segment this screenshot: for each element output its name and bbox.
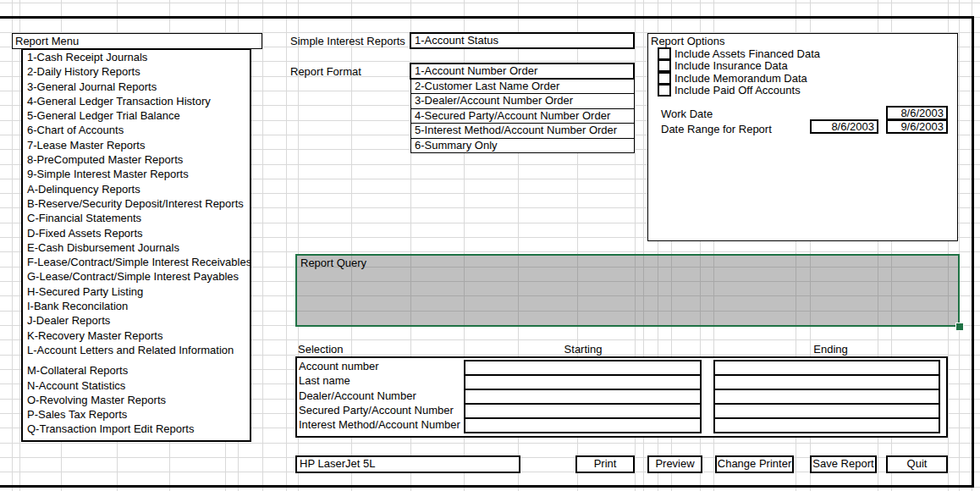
report-type-selected-value: 1-Account Status — [415, 34, 498, 47]
gridline — [12, 0, 13, 491]
report-menu-item[interactable]: 5-General Ledger Trial Balance — [23, 108, 250, 123]
report-options-title: Report Options — [651, 35, 724, 47]
report-menu-item[interactable]: F-Lease/Contract/Simple Interest Receiva… — [23, 255, 250, 269]
work-date-value: 8/6/2003 — [900, 107, 944, 119]
report-menu-list[interactable]: 1-Cash Receipt Journals2-Daily History R… — [21, 48, 251, 442]
selection-row-label: Account number — [299, 359, 379, 373]
report-format-label: Report Format — [290, 65, 361, 78]
ending-input[interactable] — [713, 417, 940, 433]
report-menu-item[interactable]: 8-PreComputed Master Reports — [23, 152, 250, 167]
query-gridline — [297, 295, 958, 296]
report-menu-item[interactable]: 2-Daily History Reports — [23, 64, 250, 79]
quit-button[interactable]: Quit — [886, 455, 948, 473]
checkbox[interactable] — [658, 72, 671, 85]
date-range-start-field[interactable]: 8/6/2003 — [810, 119, 878, 134]
ending-column-header: Ending — [713, 342, 948, 356]
printer-name-field[interactable]: HP LaserJet 5L — [295, 455, 520, 473]
report-menu-item[interactable]: C-Financial Statements — [23, 211, 250, 225]
report-menu-item[interactable]: 3-General Journal Reports — [23, 80, 250, 94]
report-menu-item[interactable]: 4-General Ledger Transaction History — [23, 94, 250, 108]
gridline — [286, 0, 287, 491]
checkbox-label: Include Assets Financed Data — [674, 48, 820, 60]
checkbox-label: Include Paid Off Accounts — [674, 85, 801, 97]
gridline — [0, 443, 980, 444]
report-format-option[interactable]: 5-Interest Method/Account Number Order — [411, 124, 634, 138]
work-date-field[interactable]: 8/6/2003 — [886, 106, 948, 120]
preview-button[interactable]: Preview — [647, 455, 702, 473]
print-button[interactable]: Print — [575, 455, 635, 473]
starting-entry-boxes — [464, 360, 702, 433]
report-menu-item[interactable]: L-Account Letters and Related Informatio… — [23, 343, 250, 357]
selection-row-label: Interest Method/Account Number — [299, 417, 460, 432]
frame-top-border — [0, 16, 974, 19]
report-format-options-list: 2-Customer Last Name Order3-Dealer/Accou… — [410, 79, 635, 153]
report-menu-item[interactable]: Q-Transaction Import Edit Reports — [23, 422, 250, 436]
gridline — [19, 0, 20, 491]
report-menu-item[interactable]: A-Delinquency Reports — [23, 182, 250, 196]
report-menu-item[interactable]: I-Bank Reconcilation — [23, 299, 250, 313]
date-range-start-value: 8/6/2003 — [831, 120, 874, 133]
report-menu-item[interactable]: J-Dealer Reports — [23, 313, 250, 328]
gridline — [959, 0, 960, 491]
report-format-selected-box[interactable]: 1-Account Number Order — [410, 63, 635, 80]
date-range-end-field[interactable]: 9/6/2003 — [886, 119, 948, 134]
report-query-title: Report Query — [297, 256, 958, 269]
save-report-button[interactable]: Save Report — [810, 455, 877, 473]
selection-row-label: Secured Party/Account Number — [299, 403, 454, 417]
starting-input[interactable] — [464, 417, 702, 433]
report-menu-item[interactable]: N-Account Statistics — [23, 378, 250, 393]
checkbox[interactable] — [658, 84, 671, 97]
report-type-selected-box[interactable]: 1-Account Status — [410, 32, 635, 49]
date-range-label: Date Range for Report — [661, 123, 772, 135]
report-menu-item[interactable]: D-Fixed Assets Reports — [23, 226, 250, 240]
printer-name-value: HP LaserJet 5L — [300, 457, 375, 470]
report-menu-header: Report Menu — [12, 33, 262, 49]
report-menu-item[interactable]: H-Secured Party Listing — [23, 284, 250, 299]
query-gridline — [297, 281, 958, 282]
report-menu-title: Report Menu — [15, 35, 79, 47]
report-format-option[interactable]: 4-Secured Party/Account Number Order — [411, 109, 634, 124]
report-menu-item[interactable]: B-Reserve/Security Deposit/Interest Repo… — [23, 196, 250, 211]
frame-bottom-border — [0, 485, 974, 488]
report-format-option[interactable]: 6-Summary Only — [411, 139, 634, 152]
report-menu-item[interactable]: 6-Chart of Accounts — [23, 123, 250, 137]
report-type-label: Simple Interest Reports — [290, 35, 405, 47]
starting-column-header: Starting — [464, 342, 702, 356]
gridline — [0, 3, 980, 3]
spreadsheet-report-form: { "report_menu": { "title": "Report Menu… — [0, 0, 980, 491]
work-date-label: Work Date — [661, 108, 713, 120]
report-menu-item[interactable]: G-Lease/Contract/Simple Interest Payable… — [23, 269, 250, 284]
checkbox[interactable] — [658, 59, 671, 72]
report-menu-spacer — [23, 357, 250, 363]
report-menu-item[interactable]: 7-Lease Master Reports — [23, 138, 250, 152]
selection-row-label: Last name — [299, 373, 350, 388]
ending-entry-boxes — [713, 360, 940, 433]
checkbox[interactable] — [658, 47, 671, 60]
report-query-region[interactable]: Report Query — [295, 254, 960, 327]
report-format-selected-value: 1-Account Number Order — [415, 64, 537, 77]
gridline — [262, 0, 263, 491]
report-menu-item[interactable]: E-Cash Disbursement Journals — [23, 240, 250, 255]
checkbox-label: Include Insurance Data — [674, 60, 788, 72]
report-menu-item[interactable]: 9-Simple Interest Master Reports — [23, 167, 250, 181]
change-printer-button[interactable]: Change Printer — [715, 455, 794, 473]
report-format-option[interactable]: 2-Customer Last Name Order — [411, 80, 634, 94]
selection-column-header: Selection — [298, 342, 399, 356]
selection-fill-handle[interactable] — [955, 323, 964, 331]
date-range-end-value: 9/6/2003 — [900, 120, 944, 133]
report-menu-item[interactable]: O-Revolving Master Reports — [23, 393, 250, 407]
report-menu-item[interactable]: M-Collateral Reports — [23, 363, 250, 378]
selection-row-label: Dealer/Account Number — [299, 389, 416, 403]
report-menu-item[interactable]: 1-Cash Receipt Journals — [23, 50, 250, 64]
report-format-option[interactable]: 3-Dealer/Account Number Order — [411, 94, 634, 108]
query-gridline — [297, 311, 958, 312]
frame-right-border — [972, 16, 974, 488]
report-menu-item[interactable]: K-Recovery Master Reports — [23, 328, 250, 343]
checkbox-label: Include Memorandum Data — [674, 73, 807, 85]
report-menu-item[interactable]: P-Sales Tax Reports — [23, 407, 250, 422]
